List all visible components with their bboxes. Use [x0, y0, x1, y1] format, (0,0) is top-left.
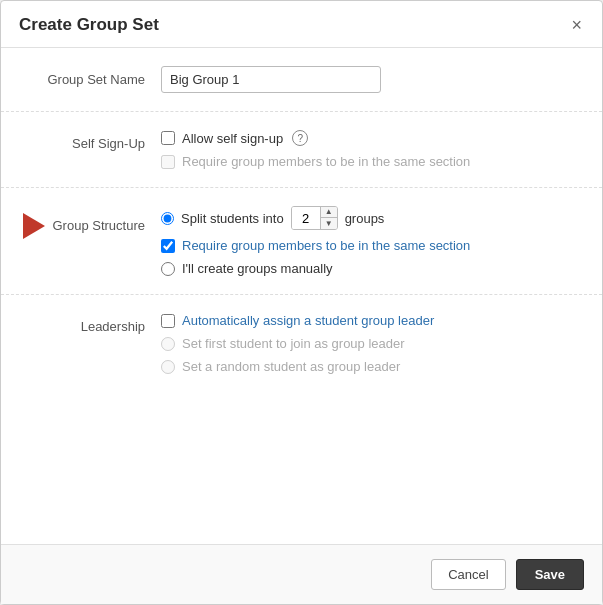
split-number-input[interactable] — [292, 207, 320, 229]
group-set-name-input[interactable] — [161, 66, 381, 93]
require-same-section-self-row: Require group members to be in the same … — [161, 154, 584, 169]
modal-footer: Cancel Save — [1, 544, 602, 604]
leadership-controls: Automatically assign a student group lea… — [161, 313, 584, 374]
close-button[interactable]: × — [569, 16, 584, 34]
split-students-row: Split students into ▲ ▼ groups — [161, 206, 584, 230]
group-structure-label-wrap: Group Structure — [1, 206, 161, 238]
help-icon[interactable]: ? — [292, 130, 308, 146]
self-signup-controls: Allow self sign-up ? Require group membe… — [161, 130, 584, 169]
save-button[interactable]: Save — [516, 559, 584, 590]
modal-body: Group Set Name Self Sign-Up Allow self s… — [1, 48, 602, 544]
leadership-label: Leadership — [1, 313, 161, 334]
require-same-section-self-checkbox[interactable] — [161, 155, 175, 169]
self-signup-row: Self Sign-Up Allow self sign-up ? Requir… — [1, 112, 602, 188]
set-random-student-label: Set a random student as group leader — [182, 359, 400, 374]
allow-self-signup-row: Allow self sign-up ? — [161, 130, 584, 146]
create-manually-row: I'll create groups manually — [161, 261, 584, 276]
auto-assign-leader-checkbox[interactable] — [161, 314, 175, 328]
set-random-student-radio[interactable] — [161, 360, 175, 374]
modal-title: Create Group Set — [19, 15, 159, 35]
number-input-wrap: ▲ ▼ — [291, 206, 338, 230]
set-first-student-row: Set first student to join as group leade… — [161, 336, 584, 351]
group-structure-controls: Split students into ▲ ▼ groups Require g… — [161, 206, 584, 276]
require-same-section-self-label: Require group members to be in the same … — [182, 154, 470, 169]
self-signup-label: Self Sign-Up — [1, 130, 161, 151]
modal-header: Create Group Set × — [1, 1, 602, 48]
allow-self-signup-checkbox[interactable] — [161, 131, 175, 145]
cancel-button[interactable]: Cancel — [431, 559, 505, 590]
group-set-name-row: Group Set Name — [1, 48, 602, 112]
group-set-name-label: Group Set Name — [1, 66, 161, 87]
arrow-column: ▲ ▼ — [320, 207, 337, 229]
auto-assign-leader-label: Automatically assign a student group lea… — [182, 313, 434, 328]
create-manually-radio[interactable] — [161, 262, 175, 276]
create-manually-label: I'll create groups manually — [182, 261, 333, 276]
auto-assign-leader-row: Automatically assign a student group lea… — [161, 313, 584, 328]
require-same-section-group-checkbox[interactable] — [161, 239, 175, 253]
set-first-student-radio[interactable] — [161, 337, 175, 351]
decrement-button[interactable]: ▼ — [321, 218, 337, 229]
set-random-student-row: Set a random student as group leader — [161, 359, 584, 374]
split-students-radio[interactable] — [161, 212, 174, 225]
set-first-student-label: Set first student to join as group leade… — [182, 336, 405, 351]
create-group-set-modal: Create Group Set × Group Set Name Self S… — [0, 0, 603, 605]
group-set-name-controls — [161, 66, 584, 93]
leadership-row: Leadership Automatically assign a studen… — [1, 295, 602, 392]
split-students-suffix: groups — [345, 211, 385, 226]
allow-self-signup-label[interactable]: Allow self sign-up — [182, 131, 283, 146]
require-same-section-group-label: Require group members to be in the same … — [182, 238, 470, 253]
group-structure-arrow-indicator — [23, 213, 45, 239]
group-structure-row: Group Structure Split students into ▲ ▼ … — [1, 188, 602, 295]
increment-button[interactable]: ▲ — [321, 207, 337, 218]
group-structure-label: Group Structure — [53, 218, 146, 233]
require-same-section-group-row: Require group members to be in the same … — [161, 238, 584, 253]
split-students-prefix: Split students into — [181, 211, 284, 226]
